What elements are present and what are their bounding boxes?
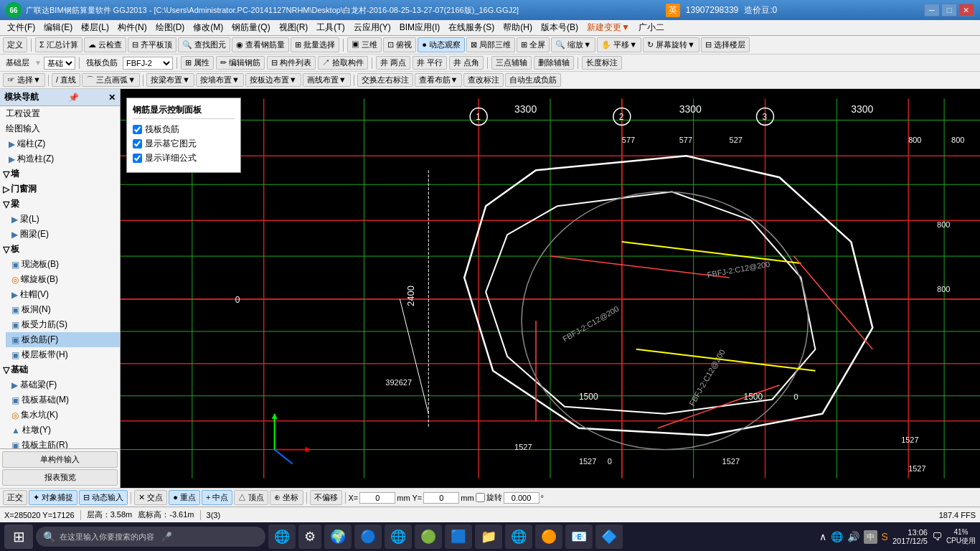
btn-select-floor[interactable]: ⊟ 选择楼层 [701, 37, 750, 52]
btn-edit-rebar[interactable]: ✏ 编辑钢筋 [216, 56, 265, 70]
sidebar-parent-slab[interactable]: ▽ 板 [0, 242, 120, 257]
menu-draw[interactable]: 绘图(D) [151, 20, 189, 35]
cb-detail-formula[interactable] [133, 154, 142, 163]
sidebar-item-struct-column[interactable]: ▶ 构造柱(Z) [0, 151, 120, 166]
taskbar-app-6[interactable]: 🟢 [415, 524, 442, 549]
sound-icon[interactable]: 🔊 [847, 531, 859, 542]
menu-help[interactable]: 帮助(H) [499, 20, 537, 35]
taskbar-app-3[interactable]: 🌍 [324, 524, 352, 549]
taskbar-app-2[interactable]: ⚙ [298, 524, 321, 549]
search-bar[interactable]: 🔍 在这里输入你要搜索的内容 🎤 [36, 527, 265, 547]
menu-service[interactable]: 在线服务(S) [444, 20, 499, 35]
menu-new-change[interactable]: 新建变更▼ [583, 20, 634, 35]
x-input[interactable] [359, 492, 395, 504]
btn-mid-point[interactable]: ● 重点 [169, 490, 200, 505]
btn-by-slab-edge[interactable]: 按板边布置▼ [245, 73, 301, 87]
menu-component[interactable]: 构件(N) [113, 20, 151, 35]
btn-parallel[interactable]: 井 平行 [413, 56, 447, 70]
canvas-area[interactable]: 钢筋显示控制面板 筏板负筋 显示基它图元 显示详细公式 [121, 89, 980, 488]
sidebar-item-beam-e[interactable]: ▶ 圈梁(E) [6, 227, 120, 242]
btn-rotate[interactable]: ↻ 屏幕旋转▼ [643, 37, 699, 52]
menu-modify[interactable]: 修改(M) [189, 20, 227, 35]
clock-display[interactable]: 13:06 2017/12/5 [892, 528, 928, 545]
btn-calc[interactable]: Σ 汇总计算 [35, 37, 83, 52]
drawing-canvas[interactable]: 3300 3300 3300 1 2 3 577 577 527 800 800 [121, 89, 980, 488]
btn-single-component[interactable]: 单构件输入 [2, 451, 118, 468]
sidebar-parent-door-window[interactable]: ▷ 门窗洞 [0, 182, 120, 197]
cb-other-element[interactable] [133, 139, 142, 149]
menu-tools[interactable]: 工具(T) [312, 20, 349, 35]
taskbar-app-8[interactable]: 📁 [475, 524, 502, 549]
menu-cloud[interactable]: 云应用(Y) [349, 20, 395, 35]
btn-component-list[interactable]: ⊟ 构件列表 [267, 56, 316, 70]
btn-point-angle[interactable]: 井 点角 [449, 56, 484, 70]
close-btn[interactable]: ✕ [958, 4, 974, 17]
btn-del-axis[interactable]: 删除辅轴 [534, 56, 574, 70]
menu-floor[interactable]: 楼层(L) [77, 20, 113, 35]
menu-quantity[interactable]: 钢筋量(Q) [227, 20, 274, 35]
antivirus-icon[interactable]: S [882, 531, 888, 542]
btn-zoom[interactable]: 🔍 缩放▼ [551, 37, 595, 52]
sidebar-item-column-pier[interactable]: ▲ 柱墩(Y) [6, 423, 120, 438]
btn-local-3d[interactable]: ⊠ 局部三维 [466, 37, 515, 52]
btn-3d[interactable]: ▣ 三维 [347, 37, 382, 52]
btn-view-rebar[interactable]: ◉ 查看钢筋量 [232, 37, 289, 52]
btn-view-rebar2[interactable]: 查看布筋▼ [415, 73, 463, 87]
sidebar-parent-wall[interactable]: ▽ 墙 [0, 166, 120, 182]
menu-bim[interactable]: BIM应用(I) [395, 20, 445, 35]
btn-report-preview[interactable]: 报表预览 [2, 469, 118, 486]
cb-raft-neg[interactable] [133, 125, 142, 134]
layer-select[interactable]: 基础 [44, 57, 75, 70]
btn-by-wall[interactable]: 按墙布置▼ [196, 73, 244, 87]
btn-coordinate[interactable]: ⊕ 坐标 [270, 490, 303, 505]
sidebar-item-floor-band[interactable]: ▣ 楼层板带(H) [6, 347, 120, 362]
sidebar-item-slab-neg[interactable]: ▣ 板负筋(F) [6, 332, 120, 347]
sidebar-item-beam-l[interactable]: ▶ 梁(L) [6, 212, 120, 227]
btn-top-view[interactable]: ⊡ 俯视 [383, 37, 416, 52]
taskbar-app-12[interactable]: 🔷 [595, 524, 623, 549]
rotate-checkbox[interactable] [476, 493, 485, 502]
y-input[interactable] [423, 492, 459, 504]
minimize-btn[interactable]: ─ [924, 4, 940, 17]
sidebar-item-drawing-input[interactable]: 绘图输入 [0, 121, 120, 136]
btn-draw-line[interactable]: 画线布置▼ [303, 73, 351, 87]
taskbar-app-11[interactable]: 📧 [565, 524, 593, 549]
btn-property[interactable]: ⊞ 属性 [181, 56, 214, 70]
sidebar-pin[interactable]: 📌 [68, 93, 79, 103]
btn-batch-select[interactable]: ⊞ 批量选择 [291, 37, 339, 52]
sidebar-item-spiral-slab[interactable]: ◎ 螺旋板(B) [6, 272, 120, 287]
btn-line[interactable]: / 直线 [52, 73, 80, 87]
taskbar-app-4[interactable]: 🔵 [354, 524, 382, 549]
start-button[interactable]: ⊞ [4, 524, 33, 549]
sidebar-item-project-settings[interactable]: 工程设置 [0, 106, 120, 121]
maximize-btn[interactable]: □ [941, 4, 957, 17]
btn-check-annotation[interactable]: 查改标注 [463, 73, 504, 87]
btn-three-point-axis[interactable]: 三点辅轴 [491, 56, 532, 70]
btn-cloud-check[interactable]: ☁ 云检查 [84, 37, 126, 52]
btn-swap-annotation[interactable]: 交换左右标注 [357, 73, 413, 87]
sidebar-item-sump[interactable]: ◎ 集水坑(K) [6, 408, 120, 423]
sidebar-item-foundation-beam[interactable]: ▶ 基础梁(F) [6, 377, 120, 392]
menu-view[interactable]: 视图(R) [275, 20, 313, 35]
menu-edit[interactable]: 编辑(E) [39, 20, 77, 35]
sidebar-item-raft-main-rebar[interactable]: ▣ 筏板主筋(R) [6, 438, 120, 448]
component-select[interactable]: FBFJ-2 [123, 57, 173, 70]
menu-file[interactable]: 文件(F) [3, 20, 39, 35]
btn-two-point[interactable]: 井 两点 [376, 56, 410, 70]
btn-by-beam[interactable]: 按梁布置▼ [146, 73, 194, 87]
btn-dynamic-input[interactable]: ⊟ 动态输入 [79, 490, 128, 505]
sidebar-item-raft-foundation[interactable]: ▣ 筏板基础(M) [6, 392, 120, 408]
btn-pan[interactable]: ✋ 平移▼ [597, 37, 641, 52]
menu-guangxiao[interactable]: 广小二 [634, 20, 669, 35]
sidebar-item-cast-slab[interactable]: ▣ 现浇板(B) [6, 257, 120, 272]
sidebar-item-end-column[interactable]: ▶ 端柱(Z) [0, 136, 120, 151]
btn-no-offset[interactable]: 不偏移 [310, 490, 342, 505]
btn-center-point[interactable]: + 中点 [202, 490, 232, 505]
btn-object-snap[interactable]: ✦ 对象捕捉 [29, 490, 77, 505]
sidebar-parent-foundation[interactable]: ▽ 基础 [0, 362, 120, 377]
btn-arc[interactable]: ⌒ 三点画弧▼ [82, 73, 140, 87]
btn-find-element[interactable]: 🔍 查找图元 [178, 37, 230, 52]
sidebar-item-slab-hole[interactable]: ▣ 板洞(N) [6, 302, 120, 317]
btn-orthogonal[interactable]: 正交 [3, 490, 27, 505]
taskbar-app-10[interactable]: 🟠 [535, 524, 562, 549]
